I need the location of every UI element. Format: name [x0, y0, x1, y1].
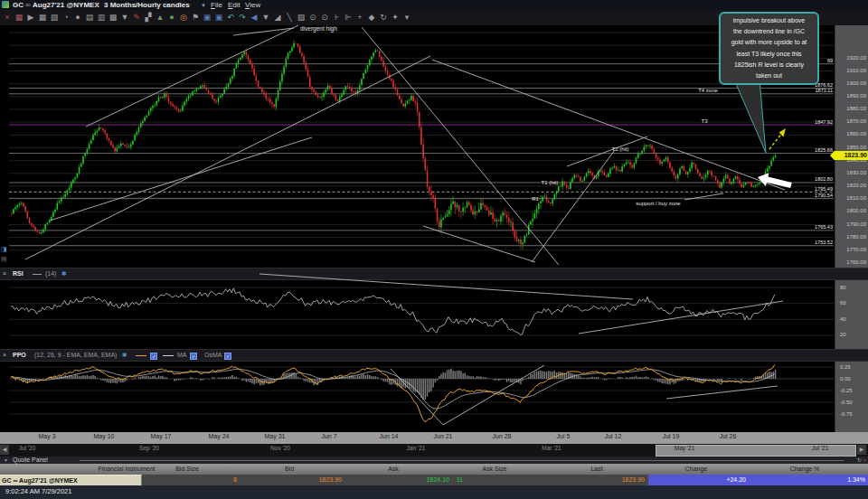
quote-close-icon[interactable]: × [863, 457, 866, 463]
price-axis[interactable]: 1920.001910.001900.001890.001880.001870.… [835, 25, 868, 268]
toolbar-icon-3[interactable]: ▦ [37, 12, 48, 24]
chart-tool-icon[interactable]: ◨ [1, 246, 7, 253]
instrument-cell[interactable]: GC ∞ Aug27'21 @NYMEX [0, 475, 142, 485]
toolbar-icon-29[interactable]: ⊩ [343, 12, 354, 24]
date-label: May 24 [209, 433, 230, 439]
quote-row[interactable]: GC ∞ Aug27'21 @NYMEX 81823.901824.101118… [0, 475, 868, 485]
toolbar-icon-8[interactable]: ▥ [96, 12, 107, 24]
quote-value: +24.20 [726, 475, 746, 485]
quote-panel-collapse-icon[interactable]: ▼ [4, 457, 8, 464]
toolbar-icon-24[interactable]: ╲ [284, 12, 295, 24]
toolbar-icon-6[interactable]: ● [72, 12, 83, 24]
navigator-month: Mar '21 [542, 445, 561, 451]
rsi-tick: 60 [840, 300, 846, 306]
toolbar-icon-21[interactable]: ◀ [249, 12, 259, 24]
date-axis: May 3May 10May 17May 24May 31Jun 7Jun 14… [0, 432, 868, 444]
rsi-settings-icon[interactable]: ✱ [61, 268, 67, 279]
toolbar-icon-4[interactable]: ▧ [49, 12, 60, 24]
quote-value: 1823.90 [622, 475, 645, 485]
ppo-tick: 0.25 [840, 364, 851, 370]
toolbar-icon-26[interactable]: ⊙ [307, 12, 318, 24]
toolbar-icon-1[interactable]: ▦ [14, 12, 24, 24]
ppo-ma-checkbox[interactable]: ✓ [190, 353, 197, 360]
app-icon [2, 1, 9, 8]
toolbar-icon-9[interactable]: ▩ [108, 12, 118, 24]
navigator-month: May '21 [675, 445, 695, 451]
contract-selector[interactable]: Aug27'21 @NYMEX [33, 0, 99, 10]
toolbar-icon-10[interactable]: ▼ [119, 12, 130, 24]
quote-column-label: Ask [388, 464, 399, 475]
toolbar-icon-16[interactable]: ⚑ [190, 12, 201, 24]
note-line: taken out [722, 71, 816, 81]
ppo-tick: 0.00 [840, 376, 851, 381]
quote-column-label: Bid [285, 464, 294, 475]
price-tick: 1880.00 [846, 106, 866, 111]
toolbar-icon-33[interactable]: ✦ [390, 12, 401, 24]
quote-column-label: Change % [790, 464, 820, 475]
menu-edit[interactable]: Edit [228, 0, 241, 10]
rsi-axis: 80604020 [835, 278, 868, 349]
toolbar-icon-17[interactable]: ▣ [202, 12, 212, 24]
navigator-left-arrow[interactable]: ◀ [0, 445, 9, 455]
toolbar-icon-5[interactable]: ◔ [61, 12, 71, 24]
rsi-line-sample [33, 274, 42, 275]
date-label: Jun 7 [321, 433, 336, 439]
price-tick: 1830.00 [846, 170, 866, 175]
time-navigator[interactable]: ◀ ▶ Jul '20Sep '20Nov '20Jan '21Mar '21M… [0, 444, 868, 457]
rsi-tick: 80 [840, 285, 846, 290]
toolbar-icon-20[interactable]: ↷ [237, 12, 248, 24]
date-label: Jun 28 [492, 433, 511, 439]
menu-view[interactable]: View [245, 0, 260, 10]
toolbar-icon-13[interactable]: ▲ [155, 12, 165, 24]
menu-file[interactable]: File [211, 0, 222, 10]
ppo-line-checkbox[interactable]: ✓ [150, 353, 157, 360]
toolbar-icon-28[interactable]: ⊦ [331, 12, 342, 24]
ppo-tick: -0.50 [840, 400, 853, 405]
price-tick: 1850.00 [846, 145, 866, 150]
rsi-tick: 20 [840, 332, 846, 337]
date-label: Jul 19 [663, 433, 680, 439]
clock-datetime: 9:02:24 AM 7/29/2021 [5, 485, 71, 498]
toolbar-icon-15[interactable]: ◎ [178, 12, 189, 24]
toolbar-icon-22[interactable]: ▼ [260, 12, 271, 24]
ppo-params: (12, 26, 9 - EMA, EMA, EMA) [34, 350, 117, 361]
rsi-tick: 40 [840, 316, 846, 322]
chart-tool-icon[interactable]: ▤ [1, 256, 7, 263]
rsi-close-button[interactable]: × [3, 268, 6, 279]
toolbar-icon-18[interactable]: ▣ [213, 12, 224, 24]
quote-refresh-icon[interactable]: ↻ [857, 457, 862, 463]
chart-canvas[interactable] [0, 25, 868, 432]
ppo-tick: -0.75 [840, 411, 853, 417]
toolbar-icon-12[interactable]: ▞ [143, 12, 154, 24]
timeframe-selector[interactable]: 3 Months/Hourly candles [104, 0, 190, 10]
toolbar-icon-25[interactable]: ▨ [296, 12, 307, 24]
status-bar: 9:02:24 AM 7/29/2021 [0, 485, 868, 499]
navigator-month: Jul '20 [19, 445, 36, 451]
quote-column-label: Bid Size [175, 464, 199, 475]
toolbar-icon-2[interactable]: ▶ [25, 12, 36, 24]
navigator-month: Sep '20 [139, 445, 159, 451]
toolbar-icon-0[interactable]: × [2, 12, 13, 24]
toolbar-icon-34[interactable]: ▾ [401, 12, 412, 24]
toolbar-icon-7[interactable]: ▤ [84, 12, 95, 24]
note-line: the downtrend line in /GC [722, 26, 816, 37]
toolbar-icon-31[interactable]: ◆ [366, 12, 377, 24]
toolbar-icon-14[interactable]: ● [166, 12, 177, 24]
price-tick: 1780.00 [846, 234, 866, 240]
toolbar-icon-23[interactable]: ◢ [272, 12, 283, 24]
ppo-close-button[interactable]: × [3, 350, 6, 361]
rsi-period: (14) [45, 268, 56, 279]
toolbar-icon-11[interactable]: ✎ [131, 12, 142, 24]
toolbar-icon-27[interactable]: ⊙ [319, 12, 330, 24]
toolbar-icon-30[interactable]: + [354, 12, 365, 24]
price-tick: 1760.00 [846, 259, 866, 265]
quote-value: 8 [233, 475, 237, 485]
ppo-osma-checkbox[interactable]: ✓ [224, 353, 231, 360]
toolbar-icon-32[interactable]: ↻ [378, 12, 389, 24]
symbol-label: GC [13, 0, 24, 10]
navigator-right-arrow[interactable]: ▶ [857, 445, 866, 455]
trading-platform-window: GC ∞ Aug27'21 @NYMEX ▼ 3 Months/Hourly c… [0, 0, 868, 499]
date-label: May 17 [151, 433, 172, 439]
ppo-settings-icon[interactable]: ✱ [122, 350, 127, 361]
toolbar-icon-19[interactable]: ↶ [225, 12, 236, 24]
